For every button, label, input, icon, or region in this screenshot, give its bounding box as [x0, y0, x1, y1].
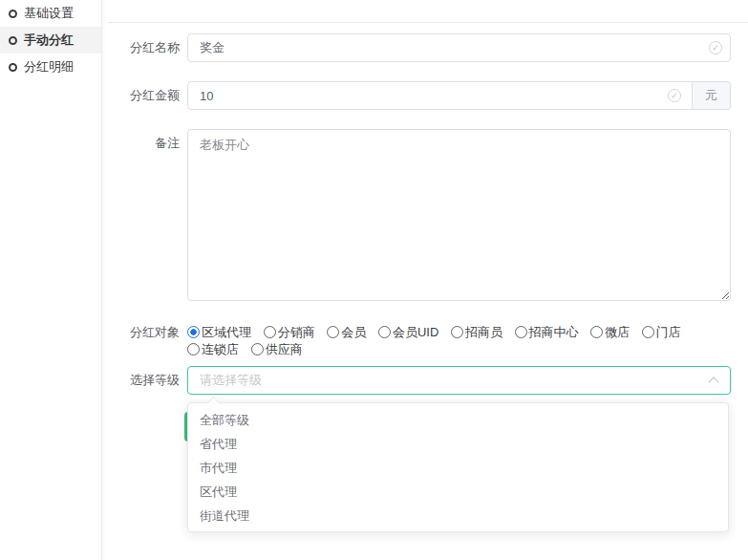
radio-icon[interactable] — [642, 326, 654, 338]
circle-icon — [9, 36, 17, 45]
radio-icon[interactable] — [187, 343, 200, 355]
radio-label: 会员UID — [393, 325, 438, 339]
level-select-placeholder: 请选择等级 — [188, 367, 730, 394]
dropdown-option[interactable]: 街道代理 — [188, 504, 728, 528]
radio-option[interactable]: 招商中心 — [515, 324, 579, 341]
dropdown-option[interactable]: 市代理 — [188, 456, 728, 480]
remark-textarea[interactable]: 老板开心 — [187, 129, 731, 301]
dividend-amount-group: 元 — [187, 81, 731, 110]
radio-icon[interactable] — [378, 326, 391, 338]
level-select-label: 选择等级 — [103, 366, 180, 395]
radio-label: 门店 — [656, 325, 681, 339]
radio-label: 会员 — [341, 325, 366, 339]
dividend-amount-label: 分红金额 — [103, 81, 180, 110]
dividend-target-label: 分红对象 — [103, 325, 180, 340]
sidebar-item-label: 基础设置 — [24, 6, 74, 20]
dropdown-option[interactable]: 区代理 — [188, 480, 728, 504]
circle-icon — [9, 10, 17, 18]
dividend-target-radio-group: 区域代理 分销商 会员 会员UID 招商员 招商中心 微店 门店 连锁店 供应商 — [187, 324, 722, 358]
radio-label: 分销商 — [278, 325, 315, 339]
radio-option[interactable]: 分销商 — [264, 324, 315, 341]
dividend-amount-input[interactable] — [187, 81, 693, 110]
radio-option[interactable]: 区域代理 — [187, 324, 251, 341]
circle-icon — [9, 63, 17, 72]
radio-label: 招商中心 — [529, 325, 579, 339]
radio-icon[interactable] — [264, 326, 276, 338]
radio-label: 招商员 — [465, 325, 502, 339]
radio-label: 区域代理 — [202, 325, 251, 339]
app-root: 基础设置 手动分红 分红明细 分红名称 分红金额 元 备注 老板开心 分红对象 … — [0, 0, 748, 560]
radio-icon[interactable] — [327, 326, 339, 338]
sidebar-item-label: 分红明细 — [24, 59, 74, 74]
radio-label: 微店 — [605, 325, 630, 339]
radio-option[interactable]: 供应商 — [251, 341, 303, 358]
divider — [108, 22, 748, 23]
radio-icon[interactable] — [187, 326, 200, 338]
sidebar-item-basic-settings[interactable]: 基础设置 — [0, 0, 101, 27]
level-dropdown-panel: 全部等级 省代理 市代理 区代理 街道代理 — [187, 402, 729, 532]
radio-option[interactable]: 招商员 — [451, 324, 502, 341]
radio-icon[interactable] — [451, 326, 463, 338]
amount-unit-addon: 元 — [693, 81, 731, 110]
radio-option[interactable]: 连锁店 — [187, 341, 239, 358]
radio-label: 供应商 — [266, 342, 303, 356]
dividend-name-label: 分红名称 — [103, 33, 180, 62]
radio-label: 连锁店 — [202, 342, 239, 356]
radio-option[interactable]: 会员UID — [378, 324, 438, 341]
dropdown-option[interactable]: 省代理 — [188, 432, 728, 456]
sidebar: 基础设置 手动分红 分红明细 — [0, 0, 102, 560]
remark-label: 备注 — [103, 135, 180, 152]
sidebar-item-label: 手动分红 — [24, 32, 74, 47]
radio-icon[interactable] — [515, 326, 527, 338]
circle-check-icon — [709, 41, 722, 54]
dropdown-option[interactable]: 全部等级 — [188, 408, 728, 432]
radio-option[interactable]: 门店 — [642, 324, 681, 341]
sidebar-item-manual-dividend[interactable]: 手动分红 — [0, 27, 101, 54]
dividend-name-input[interactable] — [187, 33, 731, 62]
radio-option[interactable]: 微店 — [590, 324, 630, 341]
sidebar-item-dividend-detail[interactable]: 分红明细 — [0, 54, 101, 80]
radio-option[interactable]: 会员 — [327, 324, 366, 341]
radio-icon[interactable] — [251, 343, 264, 355]
radio-icon[interactable] — [590, 326, 603, 338]
level-select[interactable]: 请选择等级 — [187, 366, 731, 395]
circle-check-icon — [668, 89, 681, 102]
